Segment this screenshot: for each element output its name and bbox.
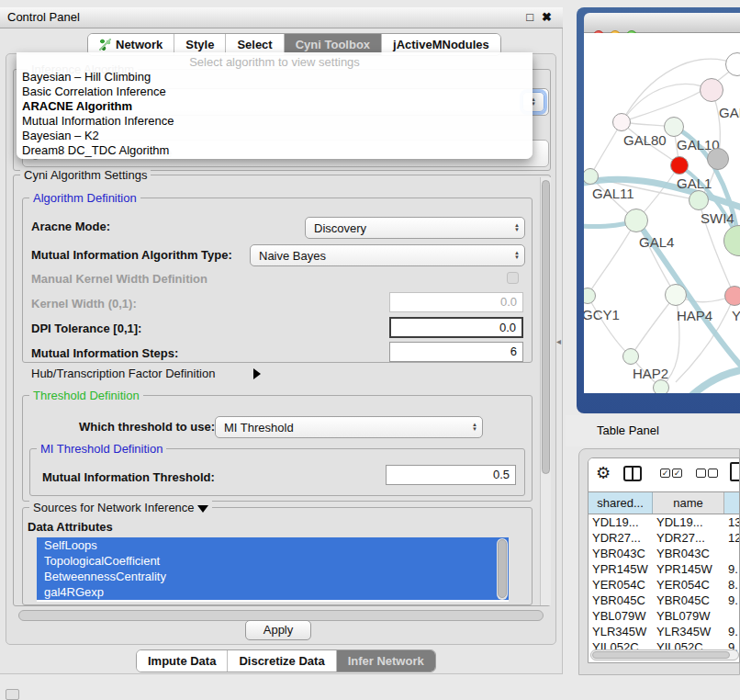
network-canvas[interactable]: GALGAL80GAL10GAL1GAL11GAL4SWI4GCY1HAP4YH… [584, 33, 740, 393]
table-cell: YER054C [589, 577, 653, 593]
node-hap2[interactable] [622, 348, 639, 365]
table-row[interactable]: YDR27...YDR27...12 [589, 530, 740, 546]
settings-vertical-scrollbar[interactable] [540, 177, 551, 605]
table-row[interactable]: YLR345WYLR345W9. [589, 624, 740, 639]
stepper-arrows-icon: ▲▼ [514, 223, 520, 232]
manual-kernel-width-label: Manual Kernel Width Definition [31, 272, 207, 286]
attributes-scrollbar[interactable] [497, 538, 508, 600]
algorithm-item-basic-correlation-inference[interactable]: Basic Correlation Inference [17, 85, 533, 99]
close-icon[interactable]: ✖ [542, 10, 552, 24]
columns-icon[interactable] [623, 466, 642, 481]
sources-group-title: Sources for Network Inference [29, 501, 212, 514]
node-unlabeled[interactable] [707, 148, 729, 170]
column-header-name[interactable]: name [653, 492, 724, 514]
table-row[interactable]: YDL19...YDL19...13 [589, 514, 740, 530]
data-attributes-list[interactable]: SelfLoopsTopologicalCoefficientBetweenne… [37, 537, 509, 602]
apply-button[interactable]: Apply [245, 620, 311, 640]
table-row[interactable]: YPR145WYPR145W9. [589, 561, 740, 577]
mouse-cursor: ◂ [556, 336, 561, 346]
tab-jactivemnodules-label: jActiveMNodules [393, 38, 489, 51]
algorithm-item-aracne-algorithm[interactable]: ARACNE Algorithm [17, 99, 533, 114]
node-label-gal: GAL [719, 105, 740, 120]
column-header-shared[interactable]: shared... [589, 492, 653, 514]
algorithm-dropdown-popup: Select algorithm to view settings Bayesi… [17, 52, 533, 159]
table-cell: YBR045C [653, 593, 724, 608]
node-gal4[interactable] [624, 209, 648, 232]
bottom-tab-impute-data[interactable]: Impute Data [137, 650, 228, 672]
checked-checkbox-icon[interactable]: ✓ [672, 469, 682, 478]
table-cell: YBR043C [653, 546, 724, 561]
table-cell: YBR045C [589, 593, 653, 608]
attribute-item-betweennesscentrality[interactable]: BetweennessCentrality [37, 569, 509, 584]
control-panel-titlebar[interactable]: Control Panel □ ✖ [0, 7, 563, 28]
table-cell: YBL079W [653, 608, 724, 624]
node-label-hap4: HAP4 [677, 308, 712, 323]
float-window-icon[interactable]: □ [526, 10, 533, 24]
mi-threshold-label: Mutual Information Threshold: [42, 470, 215, 484]
data-attributes-label: Data Attributes [28, 520, 113, 534]
settings-vertical-scrollbar-thumb[interactable] [542, 180, 550, 474]
tab-style-label: Style [185, 38, 214, 51]
node-gal80[interactable] [612, 113, 631, 131]
algorithm-dropdown-placeholder: Select algorithm to view settings [17, 54, 533, 70]
threshold-definition-title: Threshold Definition [29, 389, 143, 402]
node-label-swi4: SWI4 [701, 210, 734, 226]
table-horizontal-scrollbar[interactable] [590, 649, 739, 660]
checked-checkbox-icon[interactable]: ✓ [660, 469, 670, 478]
bottom-tab-infer-network[interactable]: Infer Network [337, 650, 435, 672]
node-y[interactable] [724, 286, 740, 306]
manual-kernel-width-checkbox[interactable] [507, 272, 519, 284]
node-gal[interactable] [700, 78, 723, 102]
attribute-item-gal4rgexp[interactable]: gal4RGexp [37, 584, 509, 600]
network-window-titlebar[interactable] [584, 13, 740, 33]
mi-steps-field[interactable]: 6 [389, 342, 523, 362]
node-hap4[interactable] [665, 284, 687, 306]
bottom-tab-discretize-data[interactable]: Discretize Data [228, 650, 336, 672]
attribute-item-topologicalcoefficient[interactable]: TopologicalCoefficient [37, 553, 509, 569]
column-header-col2[interactable] [724, 492, 740, 514]
algorithm-item-bayesian-hill-climbing[interactable]: Bayesian – Hill Climbing [17, 70, 533, 85]
unchecked-checkbox-icon[interactable] [708, 469, 718, 478]
algorithm-item-dream8-dc-tdc-algorithm[interactable]: Dream8 DC_TDC Algorithm [17, 143, 533, 158]
expand-arrow-icon[interactable] [253, 368, 261, 379]
collapse-arrow-icon[interactable] [197, 505, 208, 513]
node-unlabeled[interactable] [689, 190, 709, 210]
network-icon [99, 39, 111, 51]
attributes-scrollbar-thumb[interactable] [498, 539, 507, 598]
table-row[interactable]: YBR043CYBR043C [589, 546, 740, 561]
table-panel-box: ⚙ ✓ ✓ shared...name YDL19...YDL19...13YD… [588, 457, 740, 663]
mi-threshold-field[interactable]: 0.5 [386, 465, 516, 485]
unchecked-checkbox-icon[interactable] [696, 469, 706, 478]
table-cell: YLR345W [653, 624, 724, 639]
table-horizontal-scrollbar-thumb[interactable] [592, 651, 730, 659]
node-label-gal80: GAL80 [623, 132, 667, 148]
dpi-tolerance-label: DPI Tolerance [0,1]: [31, 322, 141, 335]
node-gal10[interactable] [664, 117, 684, 137]
table-row[interactable]: YBL079WYBL079W [589, 608, 740, 624]
attribute-item-selfloops[interactable]: SelfLoops [37, 537, 509, 553]
gear-icon[interactable]: ⚙ [596, 464, 611, 482]
bottom-tab-discretize-data-label: Discretize Data [239, 654, 324, 668]
document-icon[interactable] [730, 462, 740, 481]
kernel-width-field[interactable]: 0.0 [389, 292, 523, 312]
bottom-tab-infer-network-label: Infer Network [348, 654, 424, 668]
table-cell: 9. [724, 561, 740, 577]
aracne-mode-combobox[interactable]: Discovery ▲▼ [305, 217, 525, 239]
which-threshold-combobox[interactable]: MI Threshold ▲▼ [215, 416, 483, 438]
table-cell: YLR345W [589, 624, 653, 639]
collapsed-panel-icon[interactable] [6, 689, 19, 700]
algorithm-item-bayesian-k2[interactable]: Bayesian – K2 [17, 129, 533, 143]
table-cell: 9. [724, 624, 740, 639]
algorithm-item-mutual-information-inference[interactable]: Mutual Information Inference [17, 114, 533, 129]
table-row[interactable]: YBR045CYBR045C9. [589, 593, 740, 608]
kernel-width-label: Kernel Width (0,1): [31, 297, 137, 310]
node-unlabeled[interactable] [653, 379, 669, 393]
table-row[interactable]: YER054CYER054C8. [589, 577, 740, 593]
sources-title-text: Sources for Network Inference [33, 501, 195, 514]
dpi-tolerance-field[interactable]: 0.0 [389, 317, 523, 338]
mi-algorithm-type-combobox[interactable]: Naive Bayes ▲▼ [250, 244, 525, 266]
mi-threshold-group-title: MI Threshold Definition [37, 442, 166, 456]
table-cell: 12 [724, 530, 740, 546]
aracne-mode-value: Discovery [314, 221, 510, 235]
node-gal1[interactable] [670, 156, 689, 175]
